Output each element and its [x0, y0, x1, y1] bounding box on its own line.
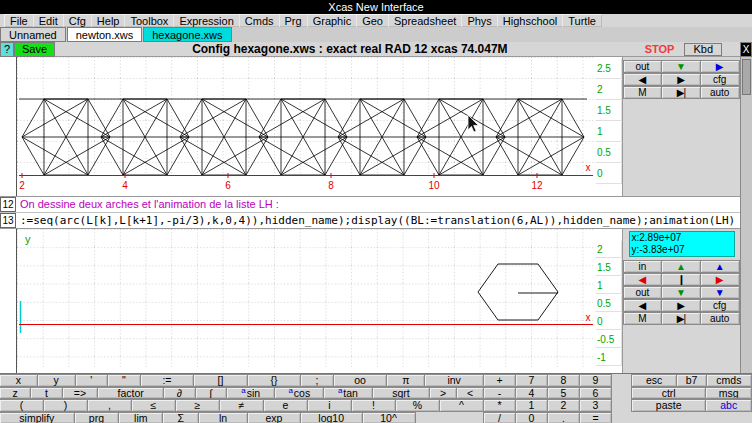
key[interactable]: e [263, 399, 308, 412]
b7-key[interactable]: b7 [676, 374, 706, 387]
animate-button[interactable]: ▶| [661, 86, 701, 99]
key[interactable]: , [87, 399, 132, 412]
menu-geo[interactable]: Geo [356, 14, 389, 27]
key[interactable]: i [307, 399, 352, 412]
key[interactable]: factor [97, 387, 164, 400]
tab-newton[interactable]: newton.xws [67, 27, 142, 42]
paste-key[interactable]: paste [631, 399, 706, 412]
tab-unnamed[interactable]: Unnamed [0, 27, 66, 42]
key[interactable]: - [483, 387, 516, 400]
key[interactable]: 9 [579, 374, 612, 387]
command-input[interactable]: :=seq(arc(L[k],L[k+1],-pi/3),k,0,4)),hid… [16, 213, 735, 228]
comment-text[interactable]: On dessine deux arches et l'animation de… [16, 197, 279, 212]
menu-phys[interactable]: Phys [461, 14, 497, 27]
key[interactable]: ≠ [219, 399, 264, 412]
key[interactable]: acos [274, 387, 324, 400]
line-number[interactable]: 13 [0, 213, 16, 228]
key[interactable]: prg [74, 412, 119, 423]
close-session-button[interactable]: X [740, 42, 752, 57]
pause-icon[interactable]: ❙ [661, 273, 701, 286]
forward-button[interactable]: ▶ [700, 273, 740, 286]
key[interactable]: lim [118, 412, 163, 423]
key[interactable]: 2 [547, 399, 580, 412]
key[interactable]: ' [75, 374, 109, 387]
key[interactable]: 3 [579, 399, 612, 412]
key[interactable]: oo [333, 374, 388, 387]
key[interactable]: 8 [547, 374, 580, 387]
menu-toolbox[interactable]: Toolbox [124, 14, 174, 27]
menu-prg[interactable]: Prg [279, 14, 308, 27]
scroll-up-icon[interactable]: ▲ [661, 260, 701, 273]
key[interactable]: {} [247, 374, 302, 387]
key[interactable]: ln [198, 412, 248, 423]
menu-cmds[interactable]: Cmds [239, 14, 280, 27]
pan-right-button[interactable]: ▶ [661, 299, 701, 312]
key[interactable]: t [30, 387, 62, 400]
key[interactable]: x [0, 374, 38, 387]
key[interactable]: = [579, 412, 612, 423]
menu-spreadsheet[interactable]: Spreadsheet [388, 14, 462, 27]
key[interactable]: 0 [515, 412, 548, 423]
animate-button[interactable]: ▶| [661, 312, 701, 325]
scroll-up-icon[interactable]: ▲ [700, 260, 740, 273]
key[interactable]: ≥ [175, 399, 220, 412]
stop-button[interactable]: STOP [645, 43, 675, 55]
key[interactable]: ^ [439, 399, 484, 412]
key[interactable]: 7 [515, 374, 548, 387]
vertical-scrollbar[interactable] [740, 57, 752, 373]
key[interactable]: sqrt [372, 387, 430, 400]
key[interactable]: π [386, 374, 425, 387]
key[interactable]: + [483, 374, 516, 387]
menu-highschool[interactable]: Highschool [497, 14, 563, 27]
key[interactable]: 5 [547, 387, 580, 400]
key[interactable]: log10 [300, 412, 363, 423]
rewind-button[interactable]: ◀ [623, 273, 663, 286]
key[interactable]: atan [323, 387, 373, 400]
session-config-title[interactable]: Config hexagone.xws : exact real RAD 12 … [55, 42, 645, 56]
menu-turtle[interactable]: Turtle [562, 14, 602, 27]
tab-hexagone-active[interactable]: hexagone.xws [143, 27, 231, 42]
key[interactable]: / [483, 412, 516, 423]
key[interactable]: exp [247, 412, 301, 423]
autoscale-button[interactable]: auto [700, 86, 740, 99]
scroll-down-icon[interactable]: ▼ [661, 60, 701, 73]
graph-menu-button[interactable]: M [623, 86, 663, 99]
menu-edit[interactable]: Edit [33, 14, 64, 27]
scroll-down-icon[interactable]: ▼ [661, 286, 701, 299]
key[interactable]: ∫ [195, 387, 227, 400]
pan-left-button[interactable]: ◀ [623, 73, 663, 86]
key[interactable]: 10^ [362, 412, 416, 423]
graph-config-button[interactable]: cfg [700, 73, 740, 86]
key[interactable]: 6 [579, 387, 612, 400]
key[interactable]: asin [226, 387, 276, 400]
graph1-canvas[interactable]: 2 4 6 8 10 12 x [17, 57, 595, 196]
key[interactable]: ∂ [163, 387, 195, 400]
zoom-out-button[interactable]: out [623, 60, 663, 73]
key[interactable]: 4 [515, 387, 548, 400]
key[interactable]: ) [43, 399, 88, 412]
line-number[interactable]: 12 [0, 197, 16, 212]
esc-key[interactable]: esc [631, 374, 677, 387]
key[interactable]: < [456, 387, 484, 400]
key[interactable]: % [395, 399, 440, 412]
menu-help[interactable]: Help [91, 14, 126, 27]
ctrl-key[interactable]: ctrl [631, 387, 706, 400]
key[interactable]: => [62, 387, 99, 400]
key[interactable]: := [140, 374, 195, 387]
scroll-down-icon[interactable]: ▼ [700, 286, 740, 299]
graph-menu-button[interactable]: M [623, 312, 663, 325]
key[interactable]: > [429, 387, 457, 400]
key[interactable]: * [483, 399, 516, 412]
autoscale-button[interactable]: auto [700, 312, 740, 325]
key[interactable]: 1 [515, 399, 548, 412]
help-button[interactable]: ? [0, 42, 14, 57]
key[interactable]: inv [424, 374, 484, 387]
key[interactable]: z [0, 387, 31, 400]
pan-right-button[interactable]: ▶ [661, 73, 701, 86]
zoom-in-button[interactable]: in [623, 260, 663, 273]
msg-key[interactable]: msg [705, 387, 752, 400]
key[interactable]: simplify [0, 412, 75, 423]
zoom-out-button[interactable]: out [623, 286, 663, 299]
pan-left-button[interactable]: ◀ [623, 299, 663, 312]
key[interactable]: . [547, 412, 580, 423]
